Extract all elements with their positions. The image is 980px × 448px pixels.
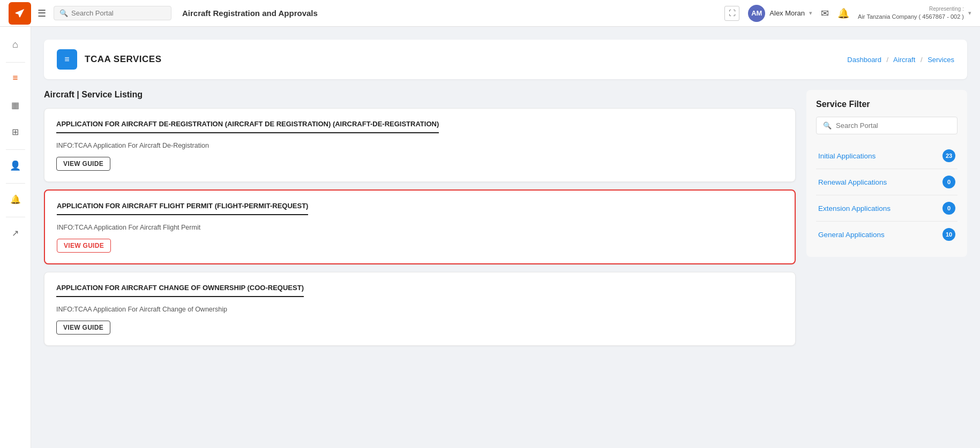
filter-search-icon: 🔍: [823, 122, 832, 130]
home-icon: ⌂: [12, 39, 18, 50]
sidebar-divider-1: [6, 62, 25, 63]
service-card-info-ownership: INFO:TCAA Application For Aircraft Chang…: [56, 306, 783, 313]
info-label-flight-permit: INFO:: [57, 224, 74, 231]
filter-item-general[interactable]: General Applications 10: [816, 222, 957, 247]
service-filter: Service Filter 🔍 Initial Applications 23…: [806, 90, 967, 353]
filter-item-renewal[interactable]: Renewal Applications 0: [816, 169, 957, 195]
info-text-ownership: TCAA Application For Aircraft Change of …: [74, 306, 227, 313]
notifications-button[interactable]: 🔔: [837, 7, 849, 19]
avatar: AM: [748, 5, 765, 22]
header-left: ≡ TCAA SERVICES: [57, 49, 161, 70]
layers-icon: ⊞: [12, 127, 19, 137]
breadcrumb-sep-1: /: [887, 56, 889, 64]
sidebar-divider-4: [6, 217, 25, 217]
info-label-deregistration: INFO:: [56, 142, 74, 149]
breadcrumb-dashboard[interactable]: Dashboard: [847, 56, 881, 64]
filter-label-renewal: Renewal Applications: [818, 178, 887, 186]
navbar: ☰ 🔍 Aircraft Registration and Approvals …: [0, 0, 980, 27]
header-title: TCAA SERVICES: [85, 54, 161, 65]
sidebar-item-bell[interactable]: 🔔: [3, 187, 28, 211]
sidebar-item-home[interactable]: ⌂: [3, 32, 28, 57]
search-input[interactable]: [71, 9, 166, 17]
user-icon: 👤: [10, 160, 21, 171]
filter-item-initial[interactable]: Initial Applications 23: [816, 143, 957, 169]
menu-grid-icon: ≡: [64, 55, 69, 64]
header-card: ≡ TCAA SERVICES Dashboard / Aircraft / S…: [44, 40, 967, 79]
service-list: Aircraft | Service Listing APPLICATION F…: [44, 90, 796, 353]
sidebar: ⌂ ≡ ▦ ⊞ 👤 🔔 ↗: [0, 27, 31, 448]
user-menu[interactable]: AM Alex Moran ▾: [748, 5, 812, 22]
app-logo: [9, 2, 31, 25]
grid-icon: ▦: [11, 100, 19, 110]
sidebar-item-grid[interactable]: ▦: [3, 93, 28, 117]
sidebar-divider-2: [6, 149, 25, 150]
fullscreen-button[interactable]: ⛶: [724, 6, 739, 21]
sidebar-divider-3: [6, 183, 25, 184]
info-label-ownership: INFO:: [56, 306, 74, 313]
search-icon: 🔍: [59, 9, 68, 17]
list-icon: ≡: [13, 73, 18, 83]
service-card-title-ownership: APPLICATION FOR AIRCRAFT CHANGE OF OWNER…: [56, 284, 304, 297]
fullscreen-icon: ⛶: [729, 9, 736, 17]
menu-icon[interactable]: ☰: [38, 7, 46, 19]
export-icon: ↗: [12, 228, 19, 238]
company-info: Representing : Air Tanzania Company ( 45…: [858, 5, 964, 21]
filter-search-input[interactable]: [836, 122, 951, 130]
navbar-right: ⛶ AM Alex Moran ▾ ✉ 🔔 Representing : Air…: [724, 5, 971, 22]
service-card-title-deregistration: APPLICATION FOR AIRCRAFT DE-REGISTRATION…: [56, 120, 439, 133]
messages-button[interactable]: ✉: [821, 7, 829, 19]
bell-icon: 🔔: [10, 194, 21, 204]
sidebar-item-layers[interactable]: ⊞: [3, 119, 28, 144]
page-title: Aircraft Registration and Approvals: [182, 9, 724, 18]
filter-card: Service Filter 🔍 Initial Applications 23…: [806, 90, 967, 257]
user-chevron-icon: ▾: [809, 10, 812, 17]
breadcrumb-aircraft[interactable]: Aircraft: [893, 56, 915, 64]
sidebar-item-user[interactable]: 👤: [3, 153, 28, 178]
service-card-deregistration: APPLICATION FOR AIRCRAFT DE-REGISTRATION…: [44, 108, 796, 182]
representing-label: Representing :: [858, 5, 964, 13]
filter-label-extension: Extension Applications: [818, 204, 891, 212]
view-guide-deregistration[interactable]: VIEW GUIDE: [56, 157, 110, 171]
bell-icon: 🔔: [837, 8, 849, 19]
info-text-deregistration: TCAA Application For Aircraft De-Registr…: [74, 142, 209, 149]
main-content: ≡ TCAA SERVICES Dashboard / Aircraft / S…: [31, 27, 980, 448]
company-chevron-icon[interactable]: ▾: [968, 10, 971, 17]
filter-label-initial: Initial Applications: [818, 152, 876, 160]
company-name: Air Tanzania Company ( 4567867 - 002 ): [858, 13, 964, 21]
view-guide-ownership[interactable]: VIEW GUIDE: [56, 321, 110, 335]
filter-badge-renewal: 0: [942, 176, 955, 188]
representing-section: Representing : Air Tanzania Company ( 45…: [858, 5, 971, 21]
filter-label-general: General Applications: [818, 231, 885, 239]
filter-item-extension[interactable]: Extension Applications 0: [816, 195, 957, 222]
breadcrumb: Dashboard / Aircraft / Services: [847, 56, 954, 64]
view-guide-flight-permit[interactable]: VIEW GUIDE: [57, 239, 111, 253]
filter-badge-extension: 0: [942, 202, 955, 215]
navbar-search-container: 🔍: [54, 6, 171, 20]
info-text-flight-permit: TCAA Application For Aircraft Flight Per…: [74, 224, 200, 231]
sidebar-item-export[interactable]: ↗: [3, 221, 28, 245]
service-card-flight-permit: APPLICATION FOR AIRCRAFT FLIGHT PERMIT (…: [44, 189, 796, 264]
service-card-title-flight-permit: APPLICATION FOR AIRCRAFT FLIGHT PERMIT (…: [57, 202, 308, 215]
username: Alex Moran: [769, 9, 805, 17]
content-layout: Aircraft | Service Listing APPLICATION F…: [44, 90, 967, 353]
filter-search-container: 🔍: [816, 117, 957, 134]
sidebar-item-list[interactable]: ≡: [3, 66, 28, 90]
breadcrumb-sep-2: /: [921, 56, 923, 64]
filter-badge-initial: 23: [942, 149, 955, 162]
service-card-info-flight-permit: INFO:TCAA Application For Aircraft Fligh…: [57, 224, 783, 231]
filter-badge-general: 10: [942, 228, 955, 241]
service-card-info-deregistration: INFO:TCAA Application For Aircraft De-Re…: [56, 142, 783, 149]
header-icon: ≡: [57, 49, 77, 70]
breadcrumb-services[interactable]: Services: [927, 56, 954, 64]
service-card-ownership: APPLICATION FOR AIRCRAFT CHANGE OF OWNER…: [44, 272, 796, 346]
filter-title: Service Filter: [816, 100, 957, 109]
mail-icon: ✉: [821, 8, 829, 19]
section-title: Aircraft | Service Listing: [44, 90, 796, 100]
